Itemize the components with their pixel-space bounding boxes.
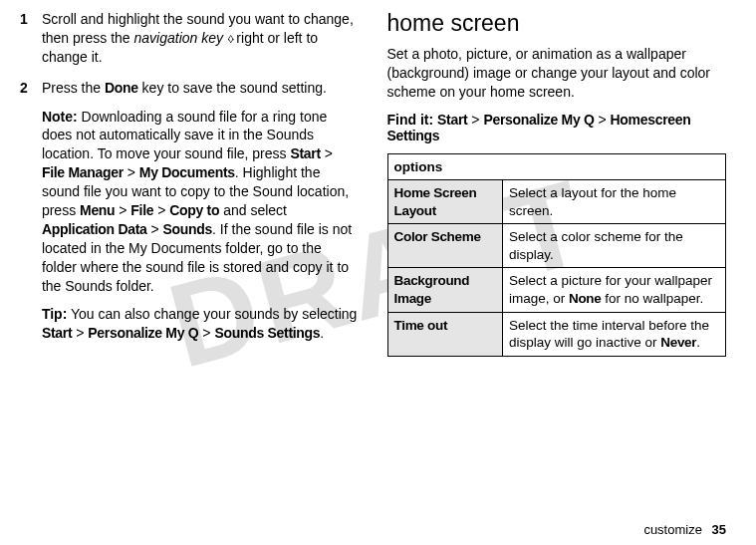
right-column: home screen Set a photo, picture, or ani… xyxy=(387,10,727,357)
path-personalize: Personalize My Q xyxy=(88,325,198,341)
text: > xyxy=(72,325,88,341)
text: > xyxy=(467,112,483,128)
find-it-label: Find it: xyxy=(387,112,434,128)
section-heading: home screen xyxy=(387,10,727,37)
table-row: Time out Select the time interval before… xyxy=(387,312,726,356)
step-2-tip: Tip: You can also change your sounds by … xyxy=(42,305,360,343)
text: Select a color scheme for the display. xyxy=(509,229,683,262)
row-label: Background Image xyxy=(387,268,502,312)
text: . xyxy=(320,325,324,341)
navigation-key-term: navigation key xyxy=(134,30,224,46)
options-table: options Home Screen Layout Select a layo… xyxy=(387,153,727,357)
text: > xyxy=(153,202,169,218)
content-columns: 1 Scroll and highlight the sound you wan… xyxy=(20,10,726,357)
step-2-number: 2 xyxy=(20,79,38,98)
table-row: Home Screen Layout Select a layout for t… xyxy=(387,180,726,224)
text: > xyxy=(321,145,333,161)
text: You can also change your sounds by selec… xyxy=(67,306,357,322)
step-1-number: 1 xyxy=(20,10,38,29)
section-intro: Set a photo, picture, or animation as a … xyxy=(387,45,727,102)
never-term: Never xyxy=(660,335,696,350)
text: > xyxy=(124,164,139,180)
step-2: 2 Press the Done key to save the sound s… xyxy=(20,79,360,344)
done-key: Done xyxy=(105,80,138,96)
text: > xyxy=(147,221,163,237)
path-app-data: Application Data xyxy=(42,221,147,237)
text: key to save the sound setting. xyxy=(138,80,327,96)
text: and select xyxy=(219,202,287,218)
text: . xyxy=(696,335,700,350)
footer-section: customize xyxy=(643,522,702,537)
row-label: Time out xyxy=(387,312,502,356)
none-term: None xyxy=(569,291,602,306)
find-it-line: Find it: Start > Personalize My Q > Home… xyxy=(387,112,727,143)
path-start: Start xyxy=(290,145,320,161)
options-header: options xyxy=(387,153,726,180)
text: > xyxy=(115,202,130,218)
page-footer: customize 35 xyxy=(643,522,726,537)
tip-label: Tip: xyxy=(42,306,67,322)
path-file: File xyxy=(130,202,153,218)
step-1-body: Scroll and highlight the sound you want … xyxy=(42,10,360,67)
text: Downloading a sound file for a ring tone… xyxy=(42,109,327,162)
row-label: Color Scheme xyxy=(387,224,502,268)
row-desc: Select a color scheme for the display. xyxy=(502,224,725,268)
page-number: 35 xyxy=(712,522,726,537)
table-row: Color Scheme Select a color scheme for t… xyxy=(387,224,726,268)
text: for no wallpaper. xyxy=(602,291,704,306)
path-copy-to: Copy to xyxy=(169,202,219,218)
path-my-documents: My Documents xyxy=(139,164,235,180)
path-start: Start xyxy=(42,325,72,341)
note-label: Note: xyxy=(42,109,78,125)
path-start: Start xyxy=(437,112,467,128)
text: Select a layout for the home screen. xyxy=(509,185,676,218)
step-2-note: Note: Downloading a sound file for a rin… xyxy=(42,108,360,296)
row-label: Home Screen Layout xyxy=(387,180,502,224)
row-desc: Select the time interval before the disp… xyxy=(502,312,725,356)
path-menu: Menu xyxy=(80,202,115,218)
text: > xyxy=(595,112,611,128)
row-desc: Select a picture for your wallpaper imag… xyxy=(502,268,725,312)
text: Press the xyxy=(42,80,105,96)
path-file-manager: File Manager xyxy=(42,164,124,180)
step-1: 1 Scroll and highlight the sound you wan… xyxy=(20,10,360,67)
table-header-row: options xyxy=(387,153,726,180)
row-desc: Select a layout for the home screen. xyxy=(502,180,725,224)
table-row: Background Image Select a picture for yo… xyxy=(387,268,726,312)
step-2-body: Press the Done key to save the sound set… xyxy=(42,79,360,344)
text: > xyxy=(198,325,214,341)
path-sounds: Sounds xyxy=(163,221,213,237)
left-column: 1 Scroll and highlight the sound you wan… xyxy=(20,10,360,357)
path-personalize: Personalize My Q xyxy=(483,112,594,128)
path-sounds-settings: Sounds Settings xyxy=(214,325,320,341)
